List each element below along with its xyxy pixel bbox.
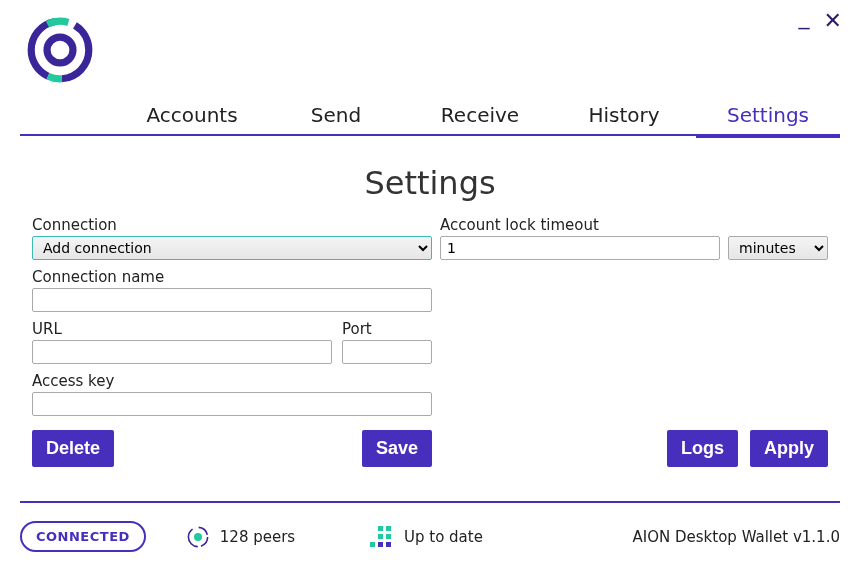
timeout-label: Account lock timeout — [440, 216, 828, 234]
port-label: Port — [342, 320, 432, 338]
svg-point-2 — [47, 37, 73, 63]
tab-history[interactable]: History — [552, 99, 696, 135]
close-icon[interactable]: ✕ — [824, 10, 842, 32]
timeout-input[interactable] — [440, 236, 720, 260]
connection-label: Connection — [32, 216, 432, 234]
version-text: AION Desktop Wallet v1.1.0 — [633, 528, 840, 546]
apply-button[interactable]: Apply — [750, 430, 828, 467]
page-title: Settings — [0, 164, 860, 202]
minimize-icon[interactable]: _ — [799, 6, 810, 28]
svg-point-0 — [31, 21, 89, 79]
tab-receive[interactable]: Receive — [408, 99, 552, 135]
access-key-label: Access key — [32, 372, 432, 390]
svg-point-4 — [194, 533, 202, 541]
connection-name-input[interactable] — [32, 288, 432, 312]
status-badge: CONNECTED — [20, 521, 146, 552]
logs-button[interactable]: Logs — [667, 430, 738, 467]
app-logo-icon — [24, 14, 96, 86]
save-button[interactable]: Save — [362, 430, 432, 467]
peers-count: 128 peers — [220, 528, 295, 546]
update-status-icon — [370, 526, 392, 548]
tab-accounts[interactable]: Accounts — [120, 99, 264, 135]
tab-settings[interactable]: Settings — [696, 99, 840, 138]
url-label: URL — [32, 320, 332, 338]
url-input[interactable] — [32, 340, 332, 364]
timeout-unit-select[interactable]: minutes — [728, 236, 828, 260]
delete-button[interactable]: Delete — [32, 430, 114, 467]
update-status-text: Up to date — [404, 528, 483, 546]
main-tabs: Accounts Send Receive History Settings — [20, 100, 840, 136]
connection-select[interactable]: Add connection — [32, 236, 432, 260]
connection-name-label: Connection name — [32, 268, 432, 286]
peers-icon — [186, 525, 210, 549]
port-input[interactable] — [342, 340, 432, 364]
tab-send[interactable]: Send — [264, 99, 408, 135]
access-key-input[interactable] — [32, 392, 432, 416]
